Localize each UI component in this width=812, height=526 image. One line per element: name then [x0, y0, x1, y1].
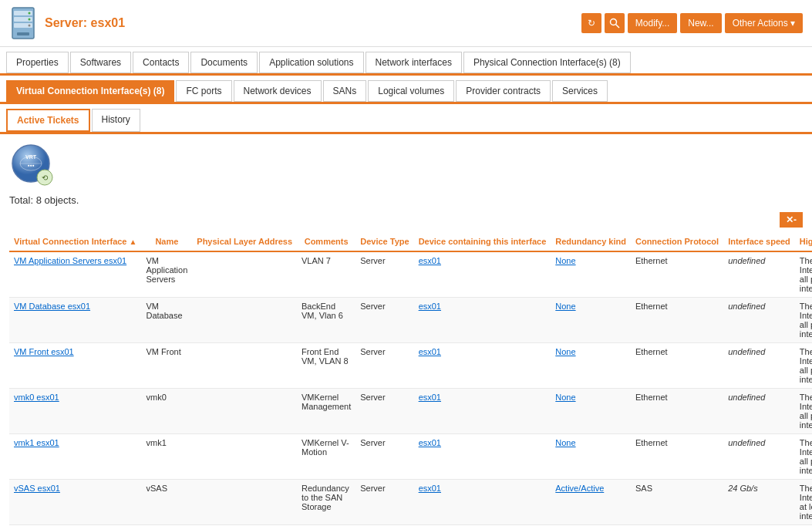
table-row: vmk1 esx01vmk1VMKernel V-MotionServeresx…: [9, 434, 812, 480]
table-link[interactable]: VM Database esx01: [14, 302, 90, 311]
tab-physical-connection[interactable]: Physical Connection Interface(s) (8): [463, 52, 631, 73]
tab-sans[interactable]: SANs: [323, 80, 367, 102]
tab-active-tickets[interactable]: Active Tickets: [6, 109, 90, 132]
col-header-devtype[interactable]: Device Type: [355, 232, 413, 251]
table-cell[interactable]: esx01: [414, 251, 551, 298]
col-header-redkind[interactable]: Redundancy kind: [551, 232, 631, 251]
tab-contacts[interactable]: Contacts: [133, 52, 189, 73]
export-button[interactable]: ✕-: [780, 212, 803, 228]
page-header: Server: esx01 ↻ Modify... New... Other A…: [0, 0, 812, 47]
col-header-speed[interactable]: Interface speed: [723, 232, 795, 251]
table-cell[interactable]: Active/Active: [551, 480, 631, 525]
table-cell: 24 Gb/s: [723, 480, 795, 525]
tabs-row-1: PropertiesSoftwaresContactsDocumentsAppl…: [0, 47, 812, 76]
table-link[interactable]: esx01: [419, 393, 441, 402]
table-link[interactable]: esx01: [419, 347, 441, 356]
table-cell[interactable]: esx01: [414, 480, 551, 525]
table-cell: The virtual Interface is up if at least …: [795, 480, 812, 525]
col-header-devcontain[interactable]: Device containing this interface: [414, 232, 551, 251]
svg-point-4: [29, 12, 31, 15]
col-header-name[interactable]: Name: [141, 232, 192, 251]
table-cell[interactable]: VM Application Servers esx01: [9, 251, 141, 298]
refresh-button[interactable]: ↻: [581, 13, 601, 33]
col-connprot-label: Connection Protocol: [635, 237, 719, 246]
table-cell: VM Application Servers: [141, 251, 192, 298]
tab-virtual-connection[interactable]: Virtual Connection Interface(s) (8): [6, 80, 174, 102]
table-link[interactable]: vmk1 esx01: [14, 438, 59, 447]
table-cell[interactable]: None: [551, 251, 631, 298]
table-cell: vmk1: [141, 434, 192, 480]
table-cell: Ethernet: [631, 343, 723, 389]
tab-documents[interactable]: Documents: [190, 52, 258, 73]
table-cell: Front End VM, VLAN 8: [297, 343, 355, 389]
table-link[interactable]: vmk0 esx01: [14, 393, 59, 402]
table-cell[interactable]: vmk1 esx01: [9, 434, 141, 480]
col-vci-label: Virtual Connection Interface: [14, 237, 127, 246]
table-link[interactable]: esx01: [419, 302, 441, 311]
table-cell[interactable]: esx01: [414, 434, 551, 480]
table-cell[interactable]: esx01: [414, 298, 551, 343]
tab-application-solutions[interactable]: Application solutions: [259, 52, 363, 73]
table-link[interactable]: esx01: [419, 256, 441, 265]
table-cell: undefined: [723, 434, 795, 480]
table-cell[interactable]: vSAS esx01: [9, 480, 141, 525]
table-cell: Ethernet: [631, 389, 723, 434]
col-name-label: Name: [155, 237, 178, 246]
search-button[interactable]: [605, 13, 625, 33]
table-cell: VLAN 7: [297, 251, 355, 298]
table-cell: Server: [355, 480, 413, 525]
table-link[interactable]: None: [555, 393, 575, 402]
col-header-vci[interactable]: Virtual Connection Interface ▲: [9, 232, 141, 251]
table-cell[interactable]: None: [551, 298, 631, 343]
table-cell: Server: [355, 434, 413, 480]
tab-softwares[interactable]: Softwares: [70, 52, 131, 73]
tab-logical-volumes[interactable]: Logical volumes: [368, 80, 454, 102]
table-cell[interactable]: esx01: [414, 343, 551, 389]
tab-history[interactable]: History: [92, 109, 140, 132]
table-cell[interactable]: None: [551, 389, 631, 434]
col-header-comments[interactable]: Comments: [297, 232, 355, 251]
table-link[interactable]: VM Front esx01: [14, 347, 74, 356]
table-link[interactable]: esx01: [419, 484, 441, 493]
table-row: VM Front esx01VM FrontFront End VM, VLAN…: [9, 343, 812, 389]
svg-point-6: [29, 25, 31, 27]
table-link[interactable]: None: [555, 302, 575, 311]
table-link[interactable]: vSAS esx01: [14, 484, 60, 493]
tab-services[interactable]: Services: [552, 80, 608, 102]
table-cell: The virtual Interface is up if all paren…: [795, 298, 812, 343]
server-name: esx01: [91, 16, 126, 29]
new-button[interactable]: New...: [680, 13, 721, 33]
table-link[interactable]: None: [555, 438, 575, 447]
table-cell[interactable]: None: [551, 434, 631, 480]
table-cell[interactable]: VM Database esx01: [9, 298, 141, 343]
header-left: Server: esx01: [9, 6, 125, 40]
table-cell: Server: [355, 343, 413, 389]
tab-properties[interactable]: Properties: [6, 52, 69, 73]
table-row: VM Application Servers esx01VM Applicati…: [9, 251, 812, 298]
table-link[interactable]: None: [555, 347, 575, 356]
table-cell[interactable]: esx01: [414, 389, 551, 434]
main-content: VRT ●●● ⟲ Total: 8 objects. ✕- Virtual C…: [0, 134, 812, 526]
table-link[interactable]: VM Application Servers esx01: [14, 256, 126, 265]
table-link[interactable]: None: [555, 256, 575, 265]
table-cell: The virtual Interface is up if all paren…: [795, 251, 812, 298]
search-icon: [609, 18, 620, 29]
server-icon: [9, 6, 37, 40]
col-header-connprot[interactable]: Connection Protocol: [631, 232, 723, 251]
table-link[interactable]: esx01: [419, 438, 441, 447]
table-cell[interactable]: vmk0 esx01: [9, 389, 141, 434]
tab-network-interfaces[interactable]: Network interfaces: [366, 52, 462, 73]
table-cell: [192, 389, 297, 434]
table-cell[interactable]: VM Front esx01: [9, 343, 141, 389]
col-header-addr[interactable]: Physical Layer Address: [192, 232, 297, 251]
other-actions-button[interactable]: Other Actions ▾: [725, 13, 803, 33]
col-header-ha[interactable]: High Availability: [795, 232, 812, 251]
table-cell[interactable]: None: [551, 343, 631, 389]
table-link[interactable]: Active/Active: [555, 484, 604, 493]
tab-network-devices[interactable]: Network devices: [234, 80, 322, 102]
tab-provider-contracts[interactable]: Provider contracts: [456, 80, 551, 102]
tab-fc-ports[interactable]: FC ports: [176, 80, 231, 102]
modify-button[interactable]: Modify...: [628, 13, 677, 33]
table-cell: [192, 480, 297, 525]
svg-text:⟲: ⟲: [42, 174, 49, 182]
